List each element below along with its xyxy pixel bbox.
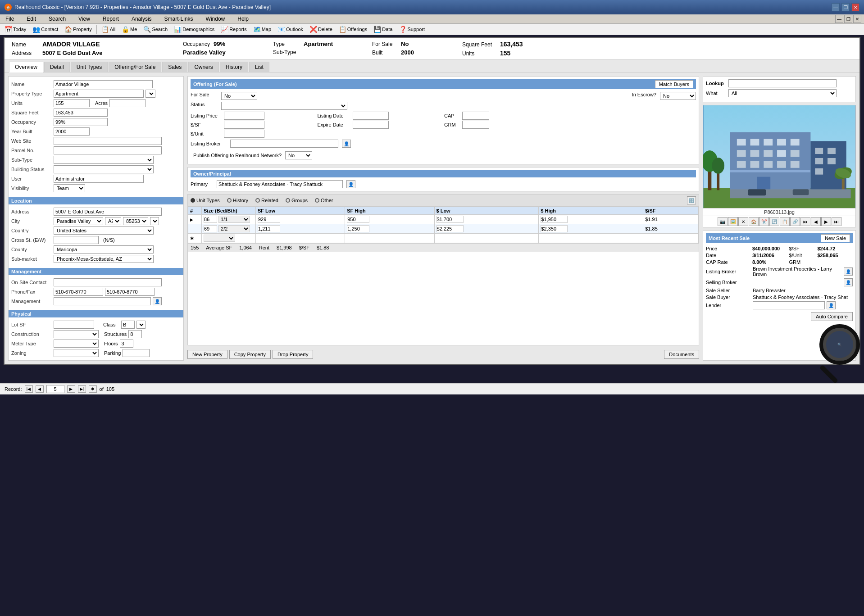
minimize-btn[interactable]: —	[832, 3, 840, 11]
mgmt-fax-input[interactable]	[105, 288, 155, 296]
toolbar-support[interactable]: ❓ Support	[396, 25, 428, 34]
unit-tab-types[interactable]: Unit Types	[191, 198, 220, 203]
phys-parking-input[interactable]	[123, 349, 150, 357]
nav-next[interactable]: ▶	[67, 385, 75, 393]
nav-first[interactable]: |◀	[25, 385, 33, 393]
mgmt-phone-input[interactable]	[54, 288, 103, 296]
phys-lot-input[interactable]	[54, 321, 94, 329]
row2-high[interactable]	[541, 225, 568, 232]
form-occ-input[interactable]	[54, 118, 108, 126]
mgmt-onsite-input[interactable]	[54, 278, 162, 286]
phys-constr-select[interactable]	[54, 330, 99, 338]
grm-input[interactable]	[462, 121, 489, 129]
listing-broker-input[interactable]	[230, 140, 338, 148]
menu-analysis[interactable]: Analysis	[129, 15, 155, 23]
tab-sales[interactable]: Sales	[162, 62, 187, 72]
img-btn-6[interactable]: 🔄	[769, 217, 779, 226]
loc-county-select[interactable]: Maricopa	[54, 245, 154, 254]
tab-list[interactable]: List	[249, 62, 269, 72]
img-btn-4[interactable]: 🏠	[749, 217, 759, 226]
toolbar-outlook[interactable]: 📧 Outlook	[275, 25, 306, 34]
img-btn-8[interactable]: 🔗	[790, 217, 800, 226]
form-vis-select[interactable]: Team	[54, 184, 85, 192]
spunit-input[interactable]	[224, 130, 264, 138]
row1-num[interactable]	[204, 216, 217, 223]
nav-new[interactable]: ✱	[89, 385, 97, 393]
form-yb-input[interactable]	[54, 127, 90, 136]
form-parcel-input[interactable]	[54, 146, 162, 154]
form-proptype-input[interactable]	[54, 90, 144, 98]
loc-extra-select[interactable]	[150, 217, 159, 225]
toolbar-search[interactable]: 🔍 Search	[141, 25, 170, 34]
status-select[interactable]	[221, 102, 347, 110]
loc-country-select[interactable]: United States	[54, 226, 154, 235]
img-nav-prev[interactable]: ◀	[811, 217, 821, 226]
form-user-input[interactable]	[54, 175, 144, 183]
form-units-input[interactable]	[54, 99, 90, 107]
form-proptype-select[interactable]	[146, 90, 155, 98]
row1-sf-low[interactable]	[258, 216, 280, 223]
loc-state-select[interactable]: AZ	[105, 217, 121, 225]
restore-btn[interactable]: ❐	[841, 3, 850, 11]
menu-report[interactable]: Report	[100, 15, 122, 23]
form-name-input[interactable]	[54, 80, 153, 88]
sb-person-btn[interactable]: 👤	[844, 278, 853, 286]
form-sqft-input[interactable]	[54, 109, 108, 117]
form-website-input[interactable]	[54, 137, 162, 145]
unit-tab-history[interactable]: History	[227, 198, 248, 203]
inner-minimize-btn[interactable]: —	[835, 15, 843, 23]
tab-history[interactable]: History	[220, 62, 248, 72]
img-btn-3[interactable]: ✕	[738, 217, 748, 226]
tab-detail[interactable]: Detail	[44, 62, 70, 72]
row2-low[interactable]	[437, 225, 464, 232]
documents-btn[interactable]: Documents	[664, 350, 699, 359]
new-property-btn[interactable]: New Property	[187, 350, 227, 359]
toolbar-reports[interactable]: 📈 Reports	[218, 25, 250, 34]
broker-person-btn[interactable]: 👤	[342, 140, 351, 148]
owner-person-btn[interactable]: 👤	[346, 180, 355, 188]
inner-close-btn[interactable]: ✕	[853, 15, 861, 23]
phys-zoning-select[interactable]	[54, 349, 99, 357]
img-btn-7[interactable]: 📋	[780, 217, 790, 226]
lb-person-btn[interactable]: 👤	[844, 267, 853, 276]
publish-select[interactable]: No	[285, 151, 312, 159]
toolbar-data[interactable]: 💾 Data	[371, 25, 395, 34]
spsf-input[interactable]	[224, 121, 264, 129]
toolbar-map[interactable]: 🗺️ Map	[250, 25, 274, 34]
form-bldstatus-select[interactable]	[54, 165, 154, 173]
img-btn-5[interactable]: ✂️	[759, 217, 769, 226]
new-row-size[interactable]	[204, 235, 235, 242]
unit-tab-related[interactable]: Related	[255, 198, 278, 203]
toolbar-contact[interactable]: 👥 Contact	[30, 25, 61, 34]
match-buyers-btn[interactable]: Match Buyers	[655, 80, 693, 88]
tab-offering[interactable]: Offering/For Sale	[109, 62, 161, 72]
unit-tab-other[interactable]: Other	[315, 198, 333, 203]
mgmt-person-btn[interactable]: 👤	[153, 297, 162, 305]
menu-help[interactable]: Help	[235, 15, 251, 23]
listing-price-input[interactable]	[224, 112, 264, 120]
row2-num[interactable]	[204, 225, 217, 232]
phys-struct-input[interactable]	[128, 330, 142, 338]
nav-last[interactable]: ▶|	[78, 385, 86, 393]
tab-owners[interactable]: Owners	[188, 62, 218, 72]
toolbar-me[interactable]: 🔒 Me	[119, 25, 140, 34]
lender-person-btn[interactable]: 👤	[827, 301, 836, 309]
img-nav-last[interactable]: ⏭	[832, 217, 841, 226]
row1-size[interactable]: 1/1	[218, 216, 250, 223]
loc-zip-select[interactable]: 85253	[123, 217, 148, 225]
form-subtype-select[interactable]	[54, 156, 154, 164]
form-acres-input[interactable]	[109, 99, 146, 107]
listing-date-input[interactable]	[353, 112, 389, 120]
tab-unit-types[interactable]: Unit Types	[71, 62, 108, 72]
toolbar-delete[interactable]: ❌ Delete	[307, 25, 335, 34]
auto-compare-btn[interactable]: Auto Compare	[811, 312, 853, 321]
expire-date-input[interactable]	[353, 121, 389, 129]
loc-submarket-select[interactable]: Phoenix-Mesa-Scottsdale, AZ	[54, 255, 154, 263]
menu-edit[interactable]: Edit	[24, 15, 39, 23]
new-sale-btn[interactable]: New Sale	[821, 234, 850, 242]
nav-prev[interactable]: ◀	[36, 385, 44, 393]
current-record[interactable]	[46, 385, 64, 393]
inner-restore-btn[interactable]: ❐	[844, 15, 852, 23]
phys-floors-input[interactable]	[120, 340, 133, 348]
calc-btn[interactable]: 🔢	[687, 196, 696, 204]
